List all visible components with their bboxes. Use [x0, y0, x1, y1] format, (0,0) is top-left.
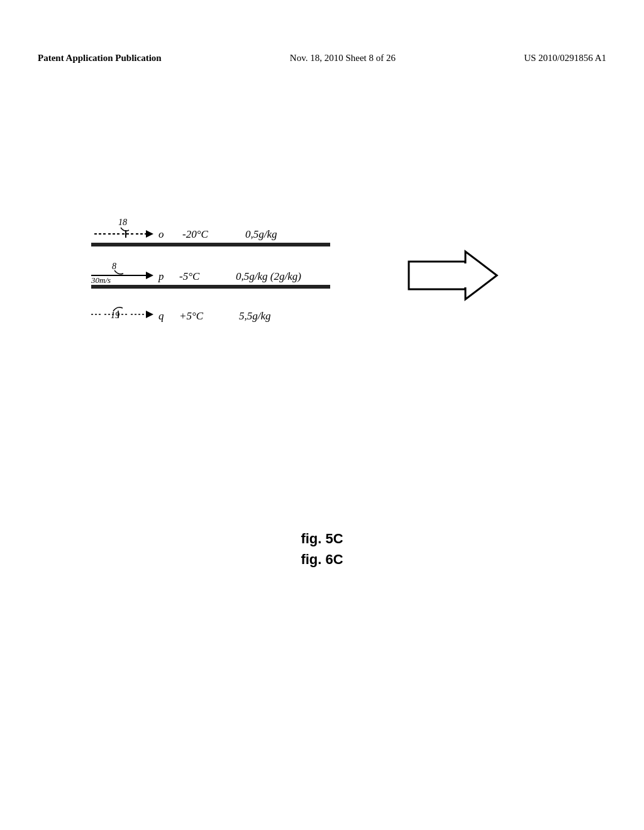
- letter-p: p: [158, 270, 164, 282]
- figure-labels: fig. 5C fig. 6C: [0, 528, 644, 570]
- temp-p: -5°C: [179, 270, 200, 282]
- fig-5c-label: fig. 5C: [301, 528, 343, 549]
- page-header: Patent Application Publication Nov. 18, …: [0, 53, 644, 64]
- bar-2: [91, 285, 330, 289]
- letter-q: q: [158, 310, 164, 322]
- row3-arrowhead: [146, 311, 153, 318]
- label-18: 18: [118, 218, 127, 227]
- patent-number: US 2010/0291856 A1: [524, 53, 606, 64]
- speed-label: 30m/s: [91, 275, 111, 285]
- humidity-p: 0,5g/kg (2g/kg): [236, 270, 301, 282]
- sheet-info: Nov. 18, 2010 Sheet 8 of 26: [290, 53, 396, 64]
- temp-q: +5°C: [179, 310, 204, 322]
- humidity-o: 0,5g/kg: [245, 228, 277, 240]
- big-arrow-body: [409, 262, 465, 289]
- diagram-svg: 18 o -20°C 0,5g/kg 8 30m/s p -5°C 0,5g/k…: [50, 182, 566, 446]
- letter-o: o: [158, 228, 164, 240]
- humidity-q: 5,5g/kg: [239, 310, 271, 322]
- publication-label: Patent Application Publication: [38, 53, 162, 64]
- row1-arrowhead: [146, 230, 153, 238]
- temp-o: -20°C: [182, 228, 208, 240]
- big-arrow-head: [465, 252, 497, 299]
- label-8: 8: [112, 262, 116, 271]
- row2-arrowhead: [146, 272, 153, 279]
- fig-6c-label: fig. 6C: [301, 549, 343, 570]
- bar-1: [91, 243, 330, 246]
